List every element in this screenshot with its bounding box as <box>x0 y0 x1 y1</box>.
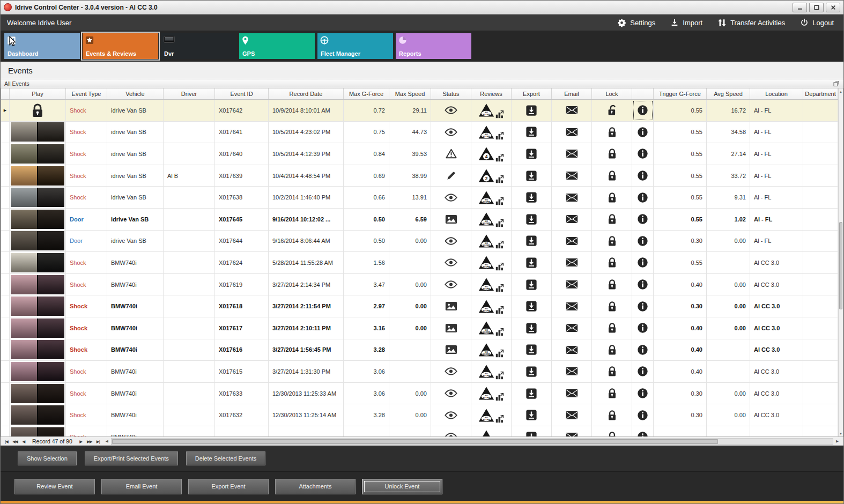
export-cell[interactable] <box>512 383 552 404</box>
export-cell[interactable] <box>512 143 552 165</box>
export-cell[interactable] <box>512 404 552 426</box>
column-header-department[interactable]: Department <box>803 88 838 99</box>
vertical-scroll-thumb[interactable] <box>839 222 842 309</box>
info-cell[interactable] <box>632 122 654 143</box>
play-cell[interactable] <box>10 383 66 404</box>
info-cell[interactable] <box>632 317 654 339</box>
reviews-cell[interactable]: NOSCORE <box>471 426 512 436</box>
status-cell[interactable] <box>431 404 471 426</box>
info-cell[interactable] <box>632 209 654 230</box>
event-row[interactable]: ShockBMW740iX0176245/28/2014 11:55:28 AM… <box>1 252 838 274</box>
last-record-button[interactable]: ▶| <box>94 438 102 446</box>
status-cell[interactable] <box>431 274 471 295</box>
email-cell[interactable] <box>552 143 592 165</box>
info-cell[interactable] <box>632 165 654 187</box>
email-cell[interactable] <box>552 209 592 230</box>
lock-cell[interactable] <box>592 339 632 361</box>
status-cell[interactable] <box>431 100 471 121</box>
reviews-cell[interactable]: 2 <box>471 165 512 187</box>
topbar-action-import[interactable]: Import <box>670 18 702 27</box>
column-header-play[interactable]: Play <box>10 88 66 99</box>
event-row[interactable]: ShockBMW740iX0176153/27/2014 1:31:30 PM3… <box>1 361 838 383</box>
tab-gps[interactable]: GPS <box>239 33 315 59</box>
column-header-event-id[interactable]: Event ID <box>215 88 269 99</box>
info-cell[interactable] <box>632 339 654 361</box>
status-cell[interactable] <box>431 426 471 436</box>
event-row[interactable]: ShockBMW740iX01763212/30/2013 11:25:14 A… <box>1 404 838 426</box>
reviews-cell[interactable]: NOSCORE <box>471 317 512 339</box>
column-header-event-type[interactable]: Event Type <box>66 88 107 99</box>
minimize-button[interactable] <box>793 3 807 12</box>
column-header-driver[interactable]: Driver <box>164 88 215 99</box>
reviews-cell[interactable]: 4 <box>471 143 512 165</box>
status-cell[interactable] <box>431 361 471 382</box>
column-header-lock[interactable]: Lock <box>592 88 632 99</box>
topbar-action-transfer-activities[interactable]: Transfer Activities <box>717 18 785 27</box>
column-header-trigger-g-force[interactable]: Trigger G-Force <box>654 88 707 99</box>
export-cell[interactable] <box>512 100 552 121</box>
lock-cell[interactable] <box>592 187 632 208</box>
reviews-cell[interactable]: NOSCORE <box>471 187 512 208</box>
reviews-cell[interactable]: NOSCORE <box>471 295 512 317</box>
export-cell[interactable] <box>512 165 552 187</box>
info-cell[interactable] <box>632 100 654 121</box>
column-header-avg-speed[interactable]: Avg Speed <box>707 88 750 99</box>
info-cell[interactable] <box>632 274 654 295</box>
reviews-cell[interactable]: NOSCORE <box>471 209 512 230</box>
tab-reports[interactable]: Reports <box>396 33 471 59</box>
event-row[interactable]: Shockidrive Van SBX01763810/2/2014 1:46:… <box>1 187 838 209</box>
info-cell[interactable] <box>632 143 654 165</box>
lock-cell[interactable] <box>592 252 632 273</box>
tab-events-reviews[interactable]: Events & Reviews <box>83 33 158 59</box>
next-record-button[interactable]: ▶ <box>77 438 85 446</box>
column-header-location[interactable]: Location <box>750 88 803 99</box>
export-cell[interactable] <box>512 361 552 382</box>
tab-dvr[interactable]: Dvr <box>161 33 236 59</box>
lock-cell[interactable] <box>592 100 632 121</box>
event-row[interactable]: ShockBMW740iX0176193/27/2014 2:14:34 PM3… <box>1 274 838 296</box>
lock-cell[interactable] <box>592 231 632 252</box>
play-cell[interactable] <box>10 339 66 361</box>
topbar-action-settings[interactable]: Settings <box>617 18 655 27</box>
export-cell[interactable] <box>512 295 552 317</box>
status-cell[interactable] <box>431 122 471 143</box>
email-cell[interactable] <box>552 252 592 273</box>
reviews-cell[interactable]: NOSCORE <box>471 339 512 361</box>
play-cell[interactable] <box>10 231 66 252</box>
play-cell[interactable] <box>10 187 66 208</box>
email-cell[interactable] <box>552 339 592 361</box>
play-cell[interactable] <box>10 295 66 317</box>
lock-cell[interactable] <box>592 426 632 436</box>
reviews-cell[interactable]: NOSCORE <box>471 361 512 382</box>
event-row[interactable]: Shockidrive Van SBX01764010/5/2014 4:12:… <box>1 143 838 165</box>
scroll-down-icon[interactable]: ▼ <box>839 431 843 436</box>
email-cell[interactable] <box>552 100 592 121</box>
play-cell[interactable] <box>10 143 66 165</box>
reviews-cell[interactable]: NOSCORE <box>471 231 512 252</box>
event-row[interactable]: ShockBMW740iX0176183/27/2014 2:11:54 PM2… <box>1 295 838 317</box>
play-cell[interactable] <box>10 122 66 143</box>
info-cell[interactable] <box>632 404 654 426</box>
column-header-status[interactable]: Status <box>431 88 471 99</box>
popout-icon[interactable] <box>833 80 840 87</box>
play-cell[interactable] <box>10 100 66 121</box>
scroll-right-icon[interactable]: ▶ <box>834 439 841 443</box>
prev-record-button[interactable]: ◀ <box>19 438 28 446</box>
export-print-selected-events-button[interactable]: Export/Print Selected Events <box>85 451 178 465</box>
unlock-event-button[interactable]: Unlock Event <box>362 479 442 494</box>
reviews-cell[interactable]: NOSCORE <box>471 404 512 426</box>
maximize-button[interactable] <box>809 3 824 12</box>
show-selection-button[interactable]: Show Selection <box>18 451 77 465</box>
email-cell[interactable] <box>552 165 592 187</box>
horizontal-scroll-thumb[interactable] <box>112 439 718 444</box>
column-header-export[interactable]: Export <box>512 88 552 99</box>
lock-cell[interactable] <box>592 317 632 339</box>
column-header-vehicle[interactable]: Vehicle <box>107 88 164 99</box>
export-event-button[interactable]: Export Event <box>188 479 269 494</box>
event-row[interactable]: Dooridrive Van SBX0176449/16/2014 8:06:4… <box>1 231 838 253</box>
first-record-button[interactable]: |◀ <box>2 438 11 446</box>
prev-page-button[interactable]: ◀◀ <box>11 438 19 446</box>
export-cell[interactable] <box>512 274 552 295</box>
tab-fleet-manager[interactable]: Fleet Manager <box>317 33 393 59</box>
status-cell[interactable] <box>431 143 471 165</box>
